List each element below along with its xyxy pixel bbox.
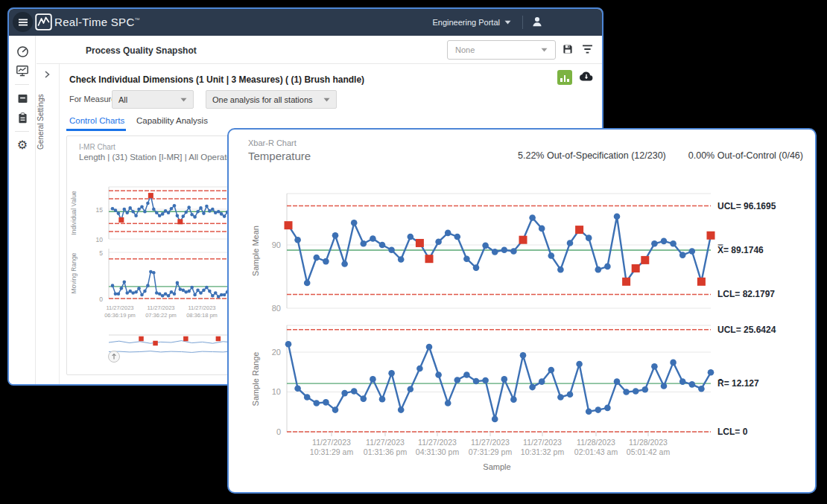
svg-text:10:31:32 pm: 10:31:32 pm — [521, 447, 565, 456]
preset-dropdown-value: None — [455, 45, 541, 54]
general-settings-strip: General Settings — [37, 64, 60, 384]
svg-text:Sample Range: Sample Range — [251, 352, 260, 406]
clipboard-icon — [16, 112, 29, 124]
analysis-mode-dropdown[interactable]: One analysis for all stations — [206, 90, 337, 109]
sidebar-item-tasks[interactable] — [9, 108, 36, 127]
svg-text:Moving Range: Moving Range — [70, 252, 77, 293]
modal-chart-type-label: Xbar-R Chart — [248, 138, 297, 147]
caret-down-icon — [180, 98, 187, 102]
svg-text:90: 90 — [272, 240, 281, 249]
hamburger-menu-button[interactable] — [13, 12, 33, 32]
archive-box-icon — [16, 92, 29, 105]
svg-text:07:36:22 pm: 07:36:22 pm — [145, 312, 177, 319]
svg-text:5: 5 — [99, 249, 103, 257]
hamburger-menu-icon — [18, 18, 28, 27]
svg-text:UCL= 96.1695: UCL= 96.1695 — [717, 201, 776, 211]
xbar-r-modal: Xbar-R Chart Temperature 5.22% Out-of-Sp… — [227, 128, 817, 494]
svg-text:10: 10 — [96, 236, 104, 243]
trademark: ™ — [135, 17, 140, 22]
svg-text:UCL= 25.6424: UCL= 25.6424 — [717, 325, 776, 335]
monitor-chart-icon — [16, 64, 29, 77]
svg-text:X̿= 89.1746: X̿= 89.1746 — [717, 244, 764, 255]
chevron-right-icon — [43, 70, 51, 79]
sidebar: ⚙ — [9, 36, 36, 384]
svg-text:02:01:43 am: 02:01:43 am — [574, 447, 618, 456]
portal-dropdown[interactable]: Engineering Portal — [432, 9, 511, 36]
svg-text:11/27/2023: 11/27/2023 — [523, 438, 562, 447]
measure-dropdown-value: All — [118, 95, 180, 104]
svg-text:11/28/2023: 11/28/2023 — [629, 438, 668, 447]
svg-text:LCL= 0: LCL= 0 — [717, 427, 748, 437]
caret-down-icon — [323, 98, 330, 102]
portal-label: Engineering Portal — [432, 18, 500, 27]
sidebar-item-monitoring[interactable] — [9, 61, 36, 80]
svg-text:04:31:30 pm: 04:31:30 pm — [416, 447, 460, 456]
imr-chart-type-label: I-MR Chart — [79, 143, 115, 151]
caret-down-icon — [504, 20, 511, 25]
gauge-icon — [16, 45, 29, 58]
app-title: Real-Time SPC™ — [54, 16, 140, 28]
analysis-mode-dropdown-value: One analysis for all stations — [212, 95, 323, 104]
out-of-spec-stat: 5.22% Out-of-Specification (12/230) — [518, 150, 666, 161]
general-settings-label: General Settings — [37, 86, 59, 157]
filter-icon — [582, 45, 593, 54]
user-icon — [530, 15, 544, 28]
gear-icon: ⚙ — [17, 139, 28, 151]
out-of-control-stat: 0.00% Out-of-Control (0/46) — [688, 150, 803, 161]
chart-view-button[interactable] — [557, 70, 572, 85]
tab-capability-analysis[interactable]: Capability Analysis — [136, 116, 208, 125]
svg-text:LCL= 82.1797: LCL= 82.1797 — [717, 289, 775, 299]
active-tab-indicator — [66, 129, 126, 131]
save-button[interactable] — [562, 43, 574, 55]
panel-title: Check Individual Dimensions (1 Unit | 3 … — [69, 74, 364, 85]
svg-text:11/27/2023: 11/27/2023 — [418, 438, 457, 447]
svg-text:15: 15 — [96, 206, 104, 214]
svg-text:11/27/2023: 11/27/2023 — [366, 438, 405, 447]
svg-text:10: 10 — [272, 387, 281, 396]
sidebar-item-archive[interactable] — [9, 89, 36, 108]
svg-text:Individual Value: Individual Value — [70, 191, 77, 235]
svg-text:20: 20 — [272, 348, 281, 357]
save-icon — [562, 43, 574, 55]
svg-text:Sample Mean: Sample Mean — [251, 226, 260, 276]
sidebar-divider — [15, 131, 29, 132]
user-menu-button[interactable] — [530, 15, 544, 28]
caret-down-icon — [541, 48, 548, 52]
sidebar-divider — [15, 84, 29, 85]
svg-text:0: 0 — [276, 427, 281, 436]
svg-text:08:36:18 pm: 08:36:18 pm — [186, 312, 218, 319]
svg-text:01:31:36 pm: 01:31:36 pm — [364, 447, 408, 456]
expand-settings-button[interactable] — [43, 70, 59, 79]
svg-text:06:36:19 pm: 06:36:19 pm — [104, 312, 136, 319]
svg-text:11/28/2023: 11/28/2023 — [577, 438, 615, 447]
svg-text:11/27/2023: 11/27/2023 — [107, 304, 134, 311]
toolbar: Process Quality Snapshot None — [37, 36, 602, 64]
sidebar-item-dashboard[interactable] — [9, 42, 36, 61]
svg-text:11/27/2023: 11/27/2023 — [312, 438, 351, 447]
modal-stats: 5.22% Out-of-Specification (12/230) 0.00… — [518, 150, 803, 161]
app-header: Real-Time SPC™ Engineering Portal — [9, 9, 602, 36]
filter-button[interactable] — [582, 45, 593, 54]
svg-text:11/27/2023: 11/27/2023 — [188, 304, 216, 311]
cloud-download-icon — [578, 70, 595, 82]
page-title: Process Quality Snapshot — [86, 45, 197, 56]
svg-text:Sample: Sample — [483, 462, 510, 471]
svg-text:80: 80 — [272, 304, 281, 313]
xbar-r-chart[interactable]: Sample MeanSample Range8090UCL= 96.1695X… — [230, 169, 814, 491]
modal-chart-title: Temperature — [248, 150, 311, 162]
navigator-handle[interactable] — [109, 351, 120, 363]
bar-chart-icon — [560, 78, 563, 82]
sidebar-item-settings[interactable]: ⚙ — [9, 135, 36, 155]
svg-text:07:31:29 pm: 07:31:29 pm — [469, 447, 513, 456]
svg-text:0: 0 — [99, 296, 103, 303]
app-logo-icon — [35, 13, 52, 31]
svg-text:11/27/2023: 11/27/2023 — [148, 304, 175, 311]
export-button[interactable] — [578, 70, 595, 82]
svg-text:05:01:42 am: 05:01:42 am — [627, 447, 671, 456]
imr-chart-title: Length | (31) Station [I-MR] | All Opera… — [79, 153, 238, 162]
preset-dropdown[interactable]: None — [447, 40, 556, 60]
measure-dropdown[interactable]: All — [112, 90, 194, 109]
tab-control-charts[interactable]: Control Charts — [69, 116, 124, 125]
svg-text:11/27/2023: 11/27/2023 — [471, 438, 510, 447]
for-measure-label: For Measure: — [69, 95, 118, 103]
